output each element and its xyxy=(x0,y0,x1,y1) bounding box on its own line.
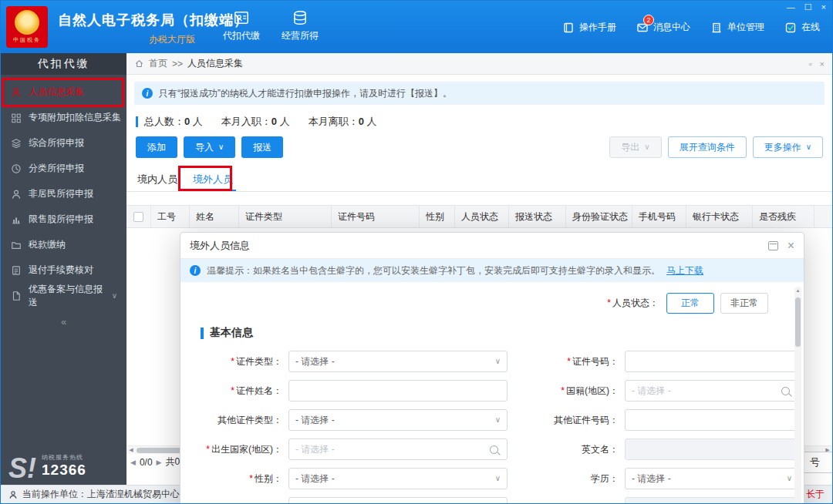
panel-close-icon[interactable]: × xyxy=(820,59,825,69)
field-value: - 请选择 - xyxy=(632,472,784,486)
tab-item[interactable]: 境内人员 xyxy=(134,169,180,191)
field-disabled xyxy=(625,497,799,504)
field-label: 其他证件号码： xyxy=(514,414,619,427)
hotline-label: 纳税服务热线 xyxy=(42,453,86,462)
expand-query-button[interactable]: 展开查询条件 xyxy=(668,136,747,158)
report-button[interactable]: 报送 xyxy=(241,136,283,158)
next-page-icon[interactable]: ▶ xyxy=(157,459,162,466)
sidebar-item-label: 非居民所得申报 xyxy=(29,187,93,200)
sidebar-item[interactable]: 分类所得申报 xyxy=(1,156,126,181)
toolbar: 添加 导入∨ 报送 导出∨ 展开查询条件 更多操作∨ xyxy=(136,136,823,158)
folder-icon xyxy=(11,240,22,250)
sidebar-item[interactable]: 税款缴纳 xyxy=(1,232,126,257)
message-badge: 2 xyxy=(643,15,654,25)
field-search[interactable]: - 请选择 - xyxy=(625,380,799,402)
foreign-person-modal: 境外人员信息 × i 温馨提示：如果姓名当中包含生僻字的，您可以安装生僻字补丁包… xyxy=(180,232,804,504)
modal-grid-icon[interactable] xyxy=(768,241,778,250)
field-label: 英文名： xyxy=(514,443,619,456)
close-button[interactable]: × xyxy=(821,2,826,12)
basic-info-section: 基本信息 xyxy=(201,326,804,340)
user-icon xyxy=(8,490,18,499)
sidebar-item[interactable]: 人员信息采集 xyxy=(1,79,126,105)
modal-scrollbar[interactable]: ▲ xyxy=(794,287,801,504)
topbar-action[interactable]: 单位管理 xyxy=(710,21,764,34)
add-button[interactable]: 添加 xyxy=(136,136,177,158)
required-asterisk: * xyxy=(561,385,565,396)
topbar-action-label: 消息中心 xyxy=(653,21,690,34)
statusbar-right-fragment: 长于 xyxy=(806,488,825,501)
person-status-option[interactable]: 非正常 xyxy=(720,293,768,314)
field-select[interactable]: - 请选择 -∨ xyxy=(288,468,508,489)
topbar-action-label: 操作手册 xyxy=(579,21,616,34)
top-nav-item[interactable]: 代扣代缴 xyxy=(223,9,260,42)
field-date[interactable]: 请选择日期 xyxy=(288,497,508,504)
doc-icon xyxy=(11,265,22,276)
stat-item: 总人数：0 人 xyxy=(144,115,203,129)
maximize-button[interactable]: ☐ xyxy=(804,2,812,12)
topbar-action[interactable]: 2消息中心 xyxy=(636,21,690,34)
download-patch-link[interactable]: 马上下载 xyxy=(666,264,703,277)
current-unit-text: 当前操作单位：上海渣湟机械贸易中心 xyxy=(22,488,180,501)
sidebar-item[interactable]: 非居民所得申报 xyxy=(1,181,126,207)
clock-icon xyxy=(11,163,22,174)
field-input[interactable] xyxy=(625,351,799,372)
scroll-up-icon[interactable]: ▲ xyxy=(794,288,801,293)
person-status-option[interactable]: 正常 xyxy=(666,293,714,314)
home-icon xyxy=(134,59,144,69)
sidebar-item[interactable]: 专项附加扣除信息采集 xyxy=(1,105,126,130)
scroll-left-icon[interactable]: ◀ xyxy=(126,446,136,454)
field-select[interactable]: - 请选择 -∨ xyxy=(625,468,799,489)
sidebar-item[interactable]: 综合所得申报 xyxy=(1,130,126,156)
import-button[interactable]: 导入∨ xyxy=(184,136,235,158)
sidebar-collapse-button[interactable]: « xyxy=(51,314,77,328)
sidebar-item[interactable]: 限售股所得申报 xyxy=(1,207,126,232)
modal-close-icon[interactable]: × xyxy=(787,240,794,252)
export-button[interactable]: 导出∨ xyxy=(609,136,661,158)
partial-side-button[interactable]: 号 xyxy=(801,452,833,473)
field-value: - 请选择 - xyxy=(632,385,778,398)
tab-active[interactable]: 境外人员 xyxy=(190,169,236,191)
field-select[interactable]: - 请选择 -∨ xyxy=(288,351,508,372)
more-actions-button[interactable]: 更多操作∨ xyxy=(753,136,823,158)
sidebar-item[interactable]: 优惠备案与信息报送∨ xyxy=(1,283,126,308)
breadcrumb-home[interactable]: 首页 xyxy=(149,57,167,70)
table-header-cell: 工号 xyxy=(151,206,190,227)
select-all-checkbox[interactable] xyxy=(133,212,143,222)
search-icon xyxy=(490,445,498,454)
person-icon xyxy=(11,87,22,98)
field-input[interactable] xyxy=(625,409,799,431)
breadcrumb-current: 人员信息采集 xyxy=(187,57,243,70)
field-label: 纳税人识别号： xyxy=(514,502,619,504)
sidebar-item-label: 专项附加扣除信息采集 xyxy=(29,111,121,124)
modal-scroll-thumb[interactable] xyxy=(795,297,801,347)
notice-bar: i 只有“报送成功”的纳税人才能进行扣缴申报操作，请及时进行【报送】。 xyxy=(134,82,825,105)
required-asterisk: * xyxy=(206,444,210,455)
field-search[interactable]: - 请选择 - xyxy=(288,438,508,460)
field-select[interactable]: - 请选择 -∨ xyxy=(288,409,508,431)
modal-form: *证件类型：- 请选择 -∨*证件号码：*证件姓名：*国籍(地区)：- 请选择 … xyxy=(180,351,804,504)
prev-page-icon[interactable]: ◀ xyxy=(130,459,136,466)
field-label: 其他证件类型： xyxy=(191,414,282,427)
sidebar-item-label: 分类所得申报 xyxy=(29,162,84,175)
table-header-filler xyxy=(814,206,832,227)
table-header-cell: 人员状态 xyxy=(455,206,509,227)
online-check-icon xyxy=(784,22,797,34)
minimize-button[interactable]: — xyxy=(787,2,795,12)
panel-maximize-icon[interactable]: ▫ xyxy=(809,59,812,69)
app-logo: 中国税务 xyxy=(6,6,48,48)
layers-icon xyxy=(11,138,22,149)
required-asterisk: * xyxy=(231,385,234,396)
sidebar-item[interactable]: 退付手续费核对 xyxy=(1,257,126,283)
topbar: 中国税务 自然人电子税务局（扣缴端） 办税大厅版 代扣代缴经营所得 操作手册2消… xyxy=(1,1,832,53)
table-header-cell: 是否残疾 xyxy=(753,206,814,227)
page-indicator: 0/0 xyxy=(140,457,153,468)
field-input[interactable] xyxy=(288,380,508,402)
top-nav-item[interactable]: 经营所得 xyxy=(282,9,319,42)
required-asterisk: * xyxy=(567,356,571,367)
field-label: *证件号码： xyxy=(514,355,619,368)
mail-icon: 2 xyxy=(636,22,649,34)
field-value: 请选择日期 xyxy=(295,502,487,504)
topbar-action[interactable]: 操作手册 xyxy=(562,21,616,34)
window-controls: — ☐ × xyxy=(787,2,826,12)
topbar-action[interactable]: 在线 xyxy=(784,21,820,34)
